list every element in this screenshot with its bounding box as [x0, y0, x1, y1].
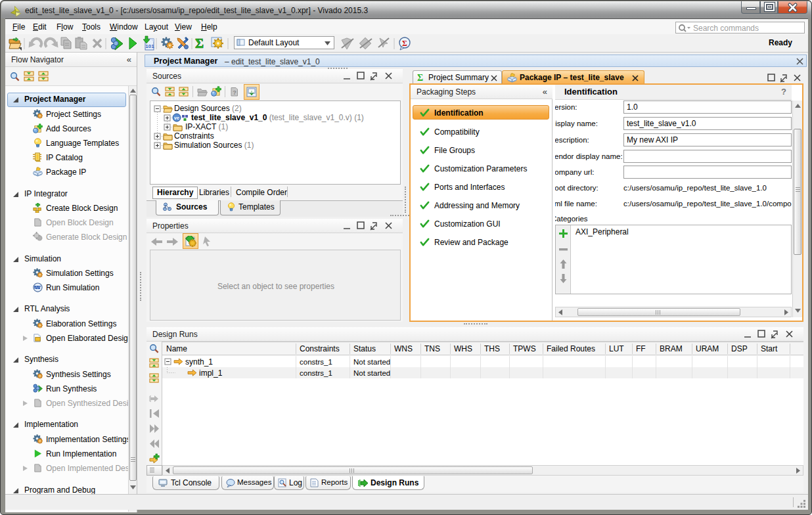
svg-text:ve: ve: [174, 116, 179, 120]
svg-text:Σ: Σ: [402, 39, 407, 48]
svg-text:101: 101: [145, 43, 154, 49]
svg-text:Σ: Σ: [417, 73, 423, 82]
svg-text:?: ?: [233, 89, 237, 96]
svg-text:Σ: Σ: [195, 36, 204, 51]
